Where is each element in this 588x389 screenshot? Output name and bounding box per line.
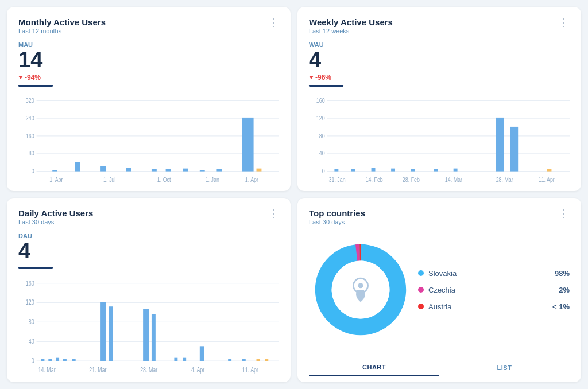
svg-text:4. Apr: 4. Apr — [191, 366, 205, 374]
svg-text:0: 0 — [32, 357, 34, 365]
mau-card: Monthly Active Users Last 12 months ⋮ MA… — [7, 7, 291, 191]
mau-subtitle: Last 12 months — [18, 28, 106, 34]
mau-chart: 320 240 160 80 0 — [18, 94, 279, 185]
wau-down-arrow — [309, 76, 314, 79]
list-button[interactable]: LIST — [439, 359, 570, 376]
svg-text:14. Feb: 14. Feb — [366, 176, 383, 183]
dau-title: Daily Active Users — [18, 208, 93, 218]
svg-text:0: 0 — [32, 168, 34, 174]
svg-rect-67 — [100, 302, 106, 361]
svg-text:28. Mar: 28. Mar — [140, 366, 157, 374]
wau-chart: 160 120 80 40 0 31. Jan 14 — [309, 94, 570, 185]
svg-rect-11 — [75, 162, 80, 171]
mau-metric-label: MAU — [18, 41, 279, 48]
svg-rect-13 — [126, 168, 131, 171]
svg-rect-20 — [257, 168, 262, 171]
wau-metric-label: WAU — [309, 41, 570, 48]
mau-more-icon[interactable]: ⋮ — [268, 17, 279, 28]
svg-text:14. Mar: 14. Mar — [445, 176, 463, 183]
wau-underline — [309, 85, 343, 87]
svg-text:28. Feb: 28. Feb — [403, 176, 420, 183]
legend-item-czechia: Czechia 2% — [418, 286, 570, 294]
svg-rect-43 — [496, 118, 504, 172]
dau-more-icon[interactable]: ⋮ — [268, 208, 279, 219]
svg-rect-75 — [242, 359, 246, 361]
svg-rect-74 — [228, 359, 231, 361]
mau-title: Monthly Active Users — [18, 17, 106, 27]
svg-text:320: 320 — [26, 97, 34, 104]
svg-rect-66 — [72, 359, 76, 361]
svg-rect-15 — [166, 169, 171, 172]
wau-title: Weekly Active Users — [309, 17, 393, 27]
svg-text:240: 240 — [26, 115, 34, 122]
mau-metric-change: -94% — [18, 73, 279, 81]
chart-button[interactable]: CHART — [309, 359, 439, 376]
dau-chart: 160 120 80 40 0 — [18, 275, 279, 376]
wau-subtitle: Last 12 weeks — [309, 28, 393, 34]
svg-rect-62 — [41, 359, 44, 361]
dashboard: Monthly Active Users Last 12 months ⋮ MA… — [7, 7, 581, 382]
dau-metric-value: 4 — [18, 239, 279, 263]
wau-metric-value: 4 — [309, 48, 570, 72]
svg-text:80: 80 — [319, 132, 325, 139]
svg-text:160: 160 — [26, 132, 34, 139]
svg-rect-19 — [242, 118, 254, 172]
svg-rect-69 — [143, 309, 149, 361]
svg-rect-68 — [109, 306, 113, 361]
svg-text:11. Apr: 11. Apr — [242, 366, 258, 374]
mau-down-arrow — [18, 76, 23, 79]
countries-card: Top countries Last 30 days ⋮ — [297, 198, 581, 382]
austria-pct: < 1% — [552, 302, 570, 311]
countries-legend: Slovakia 98% Czechia 2% Austria < 1% — [418, 269, 570, 311]
legend-item-slovakia: Slovakia 98% — [418, 269, 570, 278]
svg-text:31. Jan: 31. Jan — [329, 176, 346, 183]
svg-rect-16 — [183, 168, 188, 171]
dau-metric-label: DAU — [18, 232, 279, 239]
svg-text:1. Oct: 1. Oct — [157, 176, 171, 183]
wau-metric-change: -96% — [309, 73, 570, 81]
czechia-pct: 2% — [559, 286, 570, 294]
svg-rect-17 — [200, 170, 205, 171]
svg-rect-44 — [510, 127, 518, 172]
svg-rect-36 — [334, 169, 338, 172]
svg-point-88 — [358, 283, 363, 288]
svg-text:28. Mar: 28. Mar — [496, 176, 514, 183]
svg-rect-42 — [454, 168, 458, 171]
svg-text:120: 120 — [26, 298, 34, 306]
mau-metric-value: 14 — [18, 48, 279, 72]
svg-rect-73 — [200, 346, 204, 361]
svg-rect-10 — [52, 170, 57, 171]
dau-header: Daily Active Users Last 30 days ⋮ — [18, 208, 279, 225]
svg-rect-72 — [183, 357, 186, 360]
svg-rect-71 — [174, 357, 177, 360]
svg-text:1. Jul: 1. Jul — [103, 176, 115, 183]
svg-text:14. Mar: 14. Mar — [38, 366, 56, 374]
svg-rect-40 — [411, 169, 415, 172]
slovakia-dot — [418, 270, 424, 276]
svg-rect-12 — [100, 166, 106, 172]
czechia-name: Czechia — [428, 286, 554, 294]
slovakia-pct: 98% — [555, 269, 570, 278]
countries-more-icon[interactable]: ⋮ — [559, 208, 570, 219]
mau-underline — [18, 85, 53, 87]
svg-rect-39 — [391, 168, 395, 171]
donut-chart — [309, 238, 412, 341]
legend-item-austria: Austria < 1% — [418, 302, 570, 311]
svg-rect-37 — [351, 169, 355, 172]
countries-footer: CHART LIST — [309, 359, 570, 376]
countries-content: Slovakia 98% Czechia 2% Austria < 1% — [309, 227, 570, 353]
svg-text:80: 80 — [29, 318, 34, 326]
dau-subtitle: Last 30 days — [18, 219, 93, 225]
svg-rect-18 — [216, 169, 222, 172]
czechia-dot — [418, 287, 424, 293]
svg-text:40: 40 — [319, 150, 325, 157]
austria-dot — [418, 304, 424, 309]
dau-card: Daily Active Users Last 30 days ⋮ DAU 4 … — [7, 198, 291, 382]
wau-more-icon[interactable]: ⋮ — [559, 17, 570, 28]
svg-text:21. Mar: 21. Mar — [89, 366, 106, 374]
svg-text:1. Jan: 1. Jan — [206, 176, 219, 183]
svg-text:11. Apr: 11. Apr — [539, 176, 555, 183]
svg-text:80: 80 — [29, 150, 34, 157]
svg-rect-41 — [434, 169, 438, 172]
dau-underline — [18, 267, 53, 269]
